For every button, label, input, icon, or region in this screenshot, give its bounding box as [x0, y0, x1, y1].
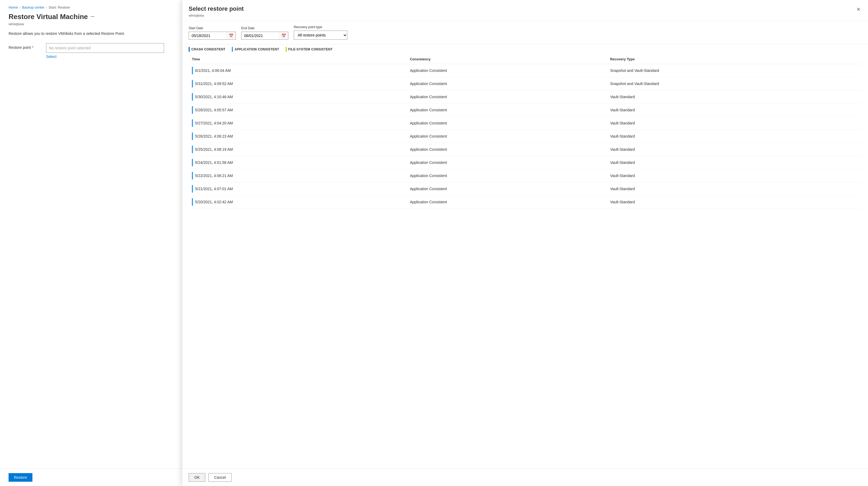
- consistency-cell: Application Consistent: [406, 104, 607, 117]
- row-indicator: [192, 80, 193, 87]
- close-button[interactable]: ✕: [856, 5, 862, 13]
- fs-indicator: [286, 47, 287, 52]
- breadcrumb-home[interactable]: Home: [8, 5, 18, 9]
- ok-button[interactable]: OK: [189, 473, 205, 482]
- recovery-type-cell: Vault-Standard: [607, 196, 862, 209]
- restore-button[interactable]: Restore: [8, 473, 32, 482]
- time-cell: 5/24/2021, 4:01:58 AM: [189, 156, 406, 169]
- required-indicator: *: [32, 45, 33, 50]
- time-cell: 5/26/2021, 4:06:23 AM: [189, 130, 406, 143]
- recovery-type-cell: Vault-Standard: [607, 156, 862, 169]
- legend-crash-label: CRASH CONSISTENT: [191, 48, 225, 51]
- breadcrumb-sep-2: ›: [46, 6, 47, 9]
- modal-overlay: Select restore point winsqlsea ✕ Start D…: [182, 0, 868, 486]
- modal-footer: OK Cancel: [182, 468, 868, 486]
- end-date-input[interactable]: [242, 32, 279, 39]
- recovery-type-cell: Vault-Standard: [607, 104, 862, 117]
- table-row[interactable]: 5/30/2021, 4:10:46 AM Application Consis…: [189, 90, 862, 104]
- consistency-cell: Application Consistent: [406, 156, 607, 169]
- time-cell: 5/22/2021, 4:06:21 AM: [189, 169, 406, 182]
- recovery-type-select[interactable]: All restore pointsApplication Consistent…: [294, 31, 347, 39]
- consistency-cell: Application Consistent: [406, 182, 607, 196]
- legend-crash: CRASH CONSISTENT: [189, 47, 225, 52]
- consistency-cell: Application Consistent: [406, 130, 607, 143]
- restore-points-table: Time Consistency Recovery Type 6/1/2021,…: [189, 54, 862, 209]
- time-cell: 5/28/2021, 4:05:57 AM: [189, 104, 406, 117]
- end-date-label: End Date: [241, 26, 288, 30]
- col-header-time: Time: [189, 54, 406, 64]
- recovery-type-cell: Vault-Standard: [607, 169, 862, 182]
- table-row[interactable]: 5/26/2021, 4:06:23 AM Application Consis…: [189, 130, 862, 143]
- legend-app-label: APPLICATION CONSISTENT: [235, 48, 279, 51]
- consistency-cell: Application Consistent: [406, 117, 607, 130]
- end-date-calendar-icon[interactable]: 📅: [279, 32, 288, 39]
- time-cell: 6/1/2021, 4:06:04 AM: [189, 64, 406, 77]
- modal-filters: Start Date 📅 End Date 📅 Recovery point t…: [182, 21, 868, 44]
- recovery-type-cell: Vault-Standard: [607, 90, 862, 104]
- consistency-cell: Application Consistent: [406, 90, 607, 104]
- modal-subtitle: winsqlsea: [189, 13, 244, 18]
- col-header-recovery-type: Recovery Type: [607, 54, 862, 64]
- more-options-icon[interactable]: ···: [91, 14, 95, 20]
- recovery-type-label: Recovery point type: [294, 25, 347, 29]
- vm-subtitle: winsqlsea: [8, 22, 174, 26]
- table-row[interactable]: 5/25/2021, 4:08:19 AM Application Consis…: [189, 143, 862, 156]
- legend: CRASH CONSISTENT APPLICATION CONSISTENT …: [182, 44, 868, 54]
- time-cell: 5/21/2021, 4:07:01 AM: [189, 182, 406, 196]
- restore-points-table-wrap: Time Consistency Recovery Type 6/1/2021,…: [182, 54, 868, 468]
- time-cell: 5/30/2021, 4:10:46 AM: [189, 90, 406, 104]
- breadcrumb: Home › Backup center › Start: Restore: [8, 5, 174, 9]
- restore-point-row: Restore point * No restore point selecte…: [8, 43, 174, 59]
- row-indicator: [192, 172, 193, 179]
- breadcrumb-sep-1: ›: [20, 6, 21, 9]
- table-row[interactable]: 5/22/2021, 4:06:21 AM Application Consis…: [189, 169, 862, 182]
- start-date-input[interactable]: [189, 32, 226, 39]
- end-date-group: End Date 📅: [241, 26, 288, 40]
- main-container: Home › Backup center › Start: Restore Re…: [0, 0, 868, 486]
- recovery-type-cell: Snapshot and Vault-Standard: [607, 64, 862, 77]
- table-row[interactable]: 5/27/2021, 4:04:20 AM Application Consis…: [189, 117, 862, 130]
- breadcrumb-current: Start: Restore: [49, 5, 70, 9]
- recovery-type-cell: Snapshot and Vault-Standard: [607, 77, 862, 90]
- row-indicator: [192, 67, 193, 74]
- modal-title: Select restore point: [189, 5, 244, 12]
- row-indicator: [192, 93, 193, 101]
- table-row[interactable]: 5/21/2021, 4:07:01 AM Application Consis…: [189, 182, 862, 196]
- start-date-input-wrap: 📅: [189, 32, 236, 40]
- start-date-group: Start Date 📅: [189, 26, 236, 40]
- select-link[interactable]: Select: [46, 54, 164, 59]
- table-row[interactable]: 5/24/2021, 4:01:58 AM Application Consis…: [189, 156, 862, 169]
- recovery-type-cell: Vault-Standard: [607, 182, 862, 196]
- row-indicator: [192, 106, 193, 114]
- consistency-cell: Application Consistent: [406, 64, 607, 77]
- table-row[interactable]: 6/1/2021, 4:06:04 AM Application Consist…: [189, 64, 862, 77]
- recovery-type-select-wrap: All restore pointsApplication Consistent…: [294, 31, 347, 40]
- restore-point-input[interactable]: No restore point selected: [46, 43, 164, 53]
- cancel-button[interactable]: Cancel: [209, 473, 231, 482]
- table-row[interactable]: 5/20/2021, 4:02:42 AM Application Consis…: [189, 196, 862, 209]
- description-text: Restore allows you to restore VM/disks f…: [8, 31, 174, 36]
- row-indicator: [192, 185, 193, 193]
- start-date-label: Start Date: [189, 26, 236, 30]
- recovery-type-cell: Vault-Standard: [607, 143, 862, 156]
- row-indicator: [192, 146, 193, 153]
- legend-app: APPLICATION CONSISTENT: [232, 47, 279, 52]
- legend-fs: FILE-SYSTEM CONSISTENT: [286, 47, 333, 52]
- table-row[interactable]: 5/28/2021, 4:05:57 AM Application Consis…: [189, 104, 862, 117]
- start-date-calendar-icon[interactable]: 📅: [226, 32, 236, 39]
- legend-fs-label: FILE-SYSTEM CONSISTENT: [288, 48, 333, 51]
- consistency-cell: Application Consistent: [406, 143, 607, 156]
- row-indicator: [192, 198, 193, 206]
- row-indicator: [192, 133, 193, 140]
- time-cell: 5/20/2021, 4:02:42 AM: [189, 196, 406, 209]
- recovery-type-group: Recovery point type All restore pointsAp…: [294, 25, 347, 40]
- left-panel: Home › Backup center › Start: Restore Re…: [0, 0, 182, 486]
- time-cell: 5/25/2021, 4:08:19 AM: [189, 143, 406, 156]
- table-row[interactable]: 5/31/2021, 4:09:52 AM Application Consis…: [189, 77, 862, 90]
- recovery-type-cell: Vault-Standard: [607, 130, 862, 143]
- time-cell: 5/27/2021, 4:04:20 AM: [189, 117, 406, 130]
- col-header-consistency: Consistency: [406, 54, 607, 64]
- modal-header: Select restore point winsqlsea ✕: [182, 0, 868, 21]
- consistency-cell: Application Consistent: [406, 196, 607, 209]
- breadcrumb-backup-center[interactable]: Backup center: [22, 5, 44, 9]
